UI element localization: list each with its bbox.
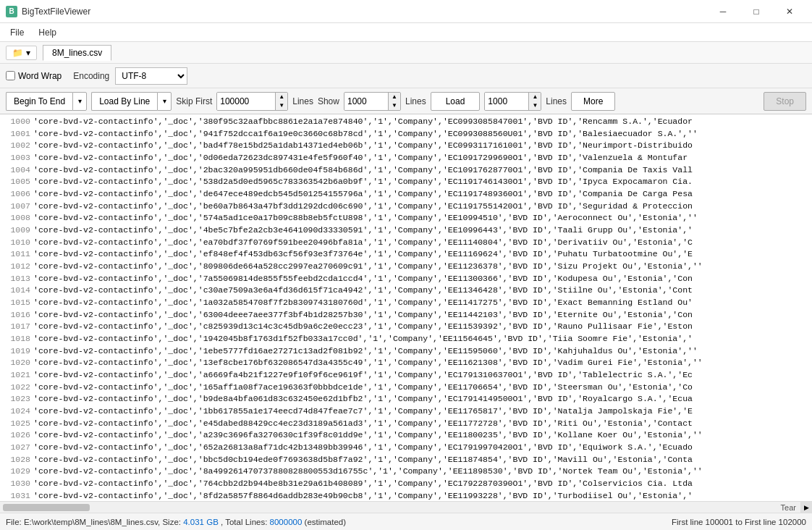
line-number: 1007 [3,201,30,213]
line-number: 1008 [3,212,30,224]
line-number: 1009 [3,224,30,237]
table-row: 1012'core-bvd-v2-contactinfo','_doc','80… [3,261,809,273]
table-row: 1003'core-bvd-v2-contactinfo','_doc','0d… [3,152,809,164]
table-row: 1014'core-bvd-v2-contactinfo','_doc','c3… [3,285,809,297]
show2-up[interactable]: ▲ [529,93,541,101]
line-number: 1011 [3,248,30,261]
status-estimated: (estimated) [305,518,347,526]
line-number: 1015 [3,297,30,309]
show-up[interactable]: ▲ [389,93,400,101]
direction-splitbtn: Begin To End ▾ [6,92,87,111]
wordwrap-checkbox[interactable] [6,71,15,80]
table-row: 1023'core-bvd-v2-contactinfo','_doc','b9… [3,393,809,405]
line-number: 1028 [3,454,30,466]
direction-arrow-button[interactable]: ▾ [72,92,87,111]
status-size: 4.031 GB [183,518,219,526]
table-row: 1031'core-bvd-v2-contactinfo','_doc','8f… [3,490,809,501]
load-button[interactable]: Load [431,92,481,111]
table-row: 1017'core-bvd-v2-contactinfo','_doc','c8… [3,321,809,333]
skip-first-down[interactable]: ▼ [276,101,287,110]
line-number: 1003 [3,152,30,164]
folder-button[interactable]: 📁 ▾ [6,46,37,60]
skip-first-up[interactable]: ▲ [276,93,287,101]
line-number: 1023 [3,393,30,405]
loadbyline-button[interactable]: Load By Line [91,92,157,111]
line-number: 1016 [3,309,30,321]
show-input[interactable] [344,93,388,110]
encoding-label: Encoding [73,71,109,81]
close-button[interactable]: ✕ [773,0,806,23]
table-row: 1020'core-bvd-v2-contactinfo','_doc','13… [3,357,809,369]
table-row: 1005'core-bvd-v2-contactinfo','_doc','53… [3,176,809,188]
loadbyline-splitbtn: Load By Line ▾ [91,92,172,111]
show-spinners: ▲ ▼ [388,93,400,110]
table-row: 1022'core-bvd-v2-contactinfo','_doc','16… [3,382,809,394]
skip-first-input-wrap: ▲ ▼ [216,92,288,111]
tear-label: Tear [781,503,796,512]
table-row: 1007'core-bvd-v2-contactinfo','_doc','be… [3,201,809,213]
show2-input-wrap: ▲ ▼ [484,92,541,111]
table-row: 1010'core-bvd-v2-contactinfo','_doc','ea… [3,237,809,249]
line-number: 1004 [3,164,30,177]
table-row: 1019'core-bvd-v2-contactinfo','_doc','1e… [3,345,809,358]
skip-first-spinners: ▲ ▼ [275,93,287,110]
wordwrap-container: Word Wrap [6,71,62,81]
status-right: First line 100001 to First line 102000 [672,518,806,526]
menu-file[interactable]: File [3,23,31,41]
horizontal-scrollbar[interactable]: Tear ▶ [0,501,812,513]
folder-arrow-icon: ▾ [26,48,30,58]
table-row: 1009'core-bvd-v2-contactinfo','_doc','4b… [3,224,809,237]
lines-label3: Lines [546,96,567,106]
line-number: 1025 [3,418,30,430]
hscroll-thumb[interactable] [3,504,90,511]
minimize-button[interactable]: ─ [706,0,740,23]
show-input-wrap: ▲ ▼ [344,92,401,111]
text-content[interactable]: 1000'core-bvd-v2-contactinfo','_doc','38… [0,114,812,501]
wordwrap-label: Word Wrap [18,71,62,81]
line-number: 1002 [3,140,30,152]
status-total-lines-label: , Total Lines: [221,518,267,526]
file-tab[interactable]: 8M_lines.csv [43,45,111,61]
folder-icon: 📁 [12,48,23,58]
show2-down[interactable]: ▼ [529,101,541,110]
table-row: 1018'core-bvd-v2-contactinfo','_doc','19… [3,333,809,345]
line-number: 1031 [3,490,30,501]
loadbyline-arrow-button[interactable]: ▾ [157,92,172,111]
show-down[interactable]: ▼ [389,101,400,110]
line-number: 1030 [3,478,30,490]
lines-label2: Lines [405,96,426,106]
line-number: 1029 [3,466,30,478]
table-row: 1013'core-bvd-v2-contactinfo','_doc','7a… [3,273,809,285]
title-bar: B BigTextFileViewer ─ □ ✕ [0,0,812,23]
app-icon: B [6,6,17,17]
table-row: 1006'core-bvd-v2-contactinfo','_doc','de… [3,188,809,201]
more-button[interactable]: More [571,92,615,111]
table-row: 1000'core-bvd-v2-contactinfo','_doc','38… [3,116,809,128]
skip-first-label: Skip First [176,96,212,106]
line-number: 1010 [3,237,30,249]
line-number: 1014 [3,285,30,297]
table-row: 1024'core-bvd-v2-contactinfo','_doc','1b… [3,405,809,418]
show-label: Show [318,96,339,106]
encoding-select[interactable]: UTF-8 UTF-16 ASCII ISO-8859-1 [115,67,187,85]
line-number: 1012 [3,261,30,273]
show2-input[interactable] [485,93,528,110]
skip-first-input[interactable] [217,93,275,110]
table-row: 1011'core-bvd-v2-contactinfo','_doc','ef… [3,248,809,261]
table-row: 1025'core-bvd-v2-contactinfo','_doc','e4… [3,418,809,430]
direction-button[interactable]: Begin To End [6,92,72,111]
status-left: File: E:\work\temp\8M_lines\8M_lines.csv… [6,518,672,526]
hscroll-right-btn[interactable]: ▶ [800,502,812,513]
title-bar-controls: ─ □ ✕ [706,0,806,23]
maximize-button[interactable]: □ [740,0,773,23]
table-row: 1029'core-bvd-v2-contactinfo','_doc','8a… [3,466,809,478]
line-number: 1021 [3,369,30,382]
menu-help[interactable]: Help [31,23,64,41]
content-area: 1000'core-bvd-v2-contactinfo','_doc','38… [0,114,812,513]
table-row: 1028'core-bvd-v2-contactinfo','_doc','bb… [3,454,809,466]
line-number: 1001 [3,128,30,140]
table-row: 1030'core-bvd-v2-contactinfo','_doc','76… [3,478,809,490]
table-row: 1015'core-bvd-v2-contactinfo','_doc','1a… [3,297,809,309]
stop-button[interactable]: Stop [764,92,806,111]
line-number: 1019 [3,345,30,358]
